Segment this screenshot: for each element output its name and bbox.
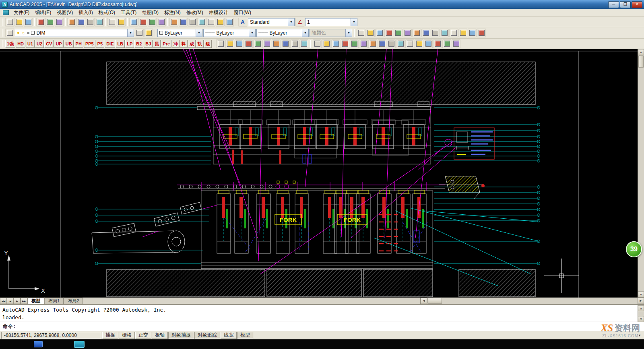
menu-item-file[interactable]: 文件(F) bbox=[11, 8, 32, 17]
tool-palettes-icon[interactable] bbox=[188, 18, 197, 27]
vertical-scroll-track[interactable] bbox=[638, 68, 644, 292]
menu-item-tools[interactable]: 工具(T) bbox=[118, 8, 139, 17]
scroll-down-icon[interactable]: ▼ bbox=[638, 316, 644, 322]
palette-group-icon[interactable] bbox=[468, 29, 477, 37]
horizontal-scroll-track[interactable] bbox=[442, 298, 638, 304]
taskbar-app-icon[interactable] bbox=[74, 341, 85, 348]
layer-combo[interactable]: ● ☼ ■ DIM ▼ bbox=[15, 29, 134, 37]
wear-plate-tool-icon[interactable] bbox=[433, 39, 442, 48]
save-icon[interactable] bbox=[24, 18, 33, 27]
tab-model[interactable]: 模型 bbox=[27, 298, 44, 304]
linetype-combo[interactable]: ─── ByLayer ▼ bbox=[203, 29, 256, 37]
help-icon[interactable] bbox=[225, 18, 234, 27]
heel-tool-icon[interactable] bbox=[424, 39, 433, 48]
layer-translate-icon[interactable] bbox=[477, 29, 486, 37]
status-toggle-polar[interactable]: 极轴 bbox=[152, 332, 168, 339]
die-button-7[interactable]: PH bbox=[74, 40, 83, 48]
layer-color-swatch[interactable] bbox=[31, 31, 35, 35]
drawing-canvas[interactable]: FORK FORK bbox=[0, 49, 638, 298]
redo-icon[interactable] bbox=[117, 18, 126, 27]
strip-layout-icon[interactable] bbox=[216, 39, 225, 48]
tab-first-icon[interactable]: ◀◀ bbox=[0, 298, 7, 304]
die-button-4[interactable]: CV bbox=[44, 40, 54, 48]
die-button-13[interactable]: B2 bbox=[134, 40, 143, 48]
menu-item-dimension[interactable]: 标注(N) bbox=[161, 8, 184, 17]
block-express-icon[interactable] bbox=[431, 29, 440, 37]
tab-layout2[interactable]: 布局2 bbox=[64, 298, 83, 304]
status-toggle-grid[interactable]: 栅格 bbox=[119, 332, 135, 339]
dropdown-arrow-icon[interactable]: ▼ bbox=[302, 29, 308, 37]
text-style-icon[interactable]: A bbox=[238, 18, 247, 27]
plot-icon[interactable] bbox=[36, 18, 45, 27]
list-express-icon[interactable] bbox=[403, 29, 412, 37]
insert-standard-part-icon[interactable] bbox=[244, 39, 253, 48]
die-button-19[interactable]: 成 bbox=[188, 40, 196, 48]
drawing-area[interactable]: FORK FORK bbox=[0, 49, 644, 298]
menu-item-view[interactable]: 视图(V) bbox=[54, 8, 76, 17]
die-button-3[interactable]: U2 bbox=[35, 40, 44, 48]
layer-on-icon[interactable]: ● bbox=[17, 31, 20, 35]
punch-design-icon[interactable] bbox=[235, 39, 244, 48]
bom-table-icon[interactable] bbox=[290, 39, 299, 48]
die-button-21[interactable]: 组 bbox=[204, 40, 212, 48]
die-button-1[interactable]: HD bbox=[16, 40, 25, 48]
material-setup-icon[interactable] bbox=[253, 39, 262, 48]
plot-preview-icon[interactable] bbox=[45, 18, 54, 27]
undo-icon[interactable] bbox=[107, 18, 116, 27]
retainer-tool-icon[interactable] bbox=[387, 39, 396, 48]
menu-item-draw[interactable]: 绘图(D) bbox=[139, 8, 161, 17]
dowel-tool-icon[interactable] bbox=[350, 39, 359, 48]
dropdown-arrow-icon[interactable]: ▼ bbox=[196, 29, 202, 37]
notification-badge[interactable]: 39 bbox=[626, 241, 642, 257]
publish-icon[interactable] bbox=[55, 18, 64, 27]
horizontal-scroll-thumb[interactable] bbox=[427, 298, 442, 304]
open-icon[interactable] bbox=[14, 18, 23, 27]
dropdown-arrow-icon[interactable]: ▼ bbox=[351, 18, 357, 26]
tab-layout1[interactable]: 布局1 bbox=[44, 298, 64, 304]
menu-item-insert[interactable]: 插入(I) bbox=[76, 8, 95, 17]
cut-icon[interactable] bbox=[67, 18, 76, 27]
lineweight-combo[interactable]: ─── ByLayer ▼ bbox=[256, 29, 309, 37]
pan-realtime-icon[interactable] bbox=[129, 18, 138, 27]
restore-button[interactable]: ❐ bbox=[620, 1, 631, 8]
color-combo[interactable]: ByLayer ▼ bbox=[157, 29, 202, 37]
zoom-realtime-icon[interactable] bbox=[138, 18, 147, 27]
toolbar-grip[interactable] bbox=[2, 18, 3, 26]
nesting-icon[interactable] bbox=[281, 39, 290, 48]
app-icon[interactable]: A bbox=[2, 2, 8, 8]
die-button-10[interactable]: DIE bbox=[105, 40, 115, 48]
match-properties-icon[interactable] bbox=[95, 18, 104, 27]
status-toggle-osnap[interactable]: 对象捕捉 bbox=[168, 332, 194, 339]
die-button-15[interactable]: 昆 bbox=[153, 40, 161, 48]
modify-express-icon[interactable] bbox=[440, 29, 449, 37]
menu-item-format[interactable]: 格式(O) bbox=[96, 8, 118, 17]
menu-item-window[interactable]: 窗口(W) bbox=[231, 8, 254, 17]
hyperlink-icon[interactable] bbox=[366, 29, 375, 37]
unfold-part-icon[interactable] bbox=[272, 39, 281, 48]
die-set-icon[interactable] bbox=[225, 39, 234, 48]
command-window[interactable]: AutoCAD Express Tools Copyright ?2000 Au… bbox=[0, 304, 644, 331]
keeper-tool-icon[interactable] bbox=[442, 39, 451, 48]
die-button-11[interactable]: LB bbox=[116, 40, 125, 48]
tab-prev-icon[interactable]: ◀ bbox=[7, 298, 14, 304]
close-button[interactable]: × bbox=[632, 1, 642, 8]
status-toggle-lineweight[interactable]: 线宽 bbox=[221, 332, 237, 339]
die-button-6[interactable]: UB bbox=[64, 40, 74, 48]
text-express-icon[interactable] bbox=[384, 29, 393, 37]
dropdown-arrow-icon[interactable]: ▼ bbox=[288, 18, 294, 26]
pilot-tool-icon[interactable] bbox=[322, 39, 331, 48]
designcenter-icon[interactable] bbox=[179, 18, 188, 27]
die-button-16[interactable]: Pre bbox=[161, 40, 171, 48]
die-button-20[interactable]: 轨 bbox=[196, 40, 204, 48]
die-button-12[interactable]: LP bbox=[125, 40, 134, 48]
screw-tool-icon[interactable] bbox=[341, 39, 349, 48]
qnew-icon[interactable] bbox=[5, 18, 14, 27]
punch-tool-icon[interactable] bbox=[313, 39, 322, 48]
quickcalc-icon[interactable] bbox=[216, 18, 225, 27]
markup-set-manager-icon[interactable] bbox=[206, 18, 215, 27]
sheetset-manager-icon[interactable] bbox=[197, 18, 206, 27]
properties-icon[interactable] bbox=[169, 18, 178, 27]
status-toggle-snap[interactable]: 捕捉 bbox=[102, 332, 118, 339]
die-button-2[interactable]: U1 bbox=[26, 40, 35, 48]
dropdown-arrow-icon[interactable]: ▼ bbox=[127, 29, 134, 37]
